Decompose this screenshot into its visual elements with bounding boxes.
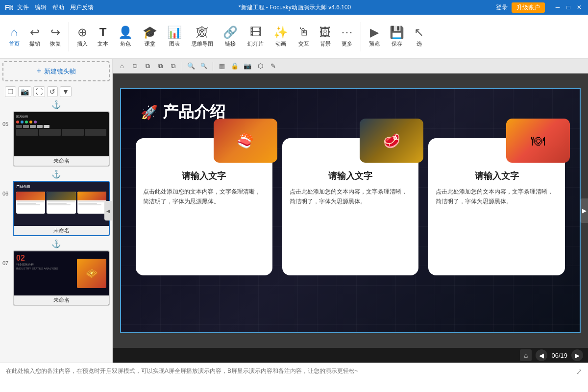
canvas-lock-tool[interactable]: 🔒	[229, 61, 240, 72]
canvas-sep-1	[182, 62, 182, 71]
canvas-zoomin-tool[interactable]: 🔍	[186, 61, 196, 72]
card-title-2[interactable]: 请输入文字	[290, 170, 412, 182]
toolbar-mindmap-label: 思维导图	[192, 40, 213, 48]
toolbar-slide[interactable]: 🎞 幻灯片	[244, 24, 268, 49]
canvas-grid-tool[interactable]: ▦	[217, 61, 227, 72]
canvas-sep-2	[213, 62, 213, 71]
toolbar-redo[interactable]: ↪ 恢复	[46, 24, 65, 49]
nav-home-button[interactable]: ⌂	[520, 349, 532, 361]
slide-number-05: 05	[2, 111, 10, 127]
toolbar-more-label: 更多	[342, 40, 352, 48]
toolbar-preview[interactable]: ▶ 预览	[365, 24, 384, 49]
slide-anchor-06: ⚓	[2, 170, 110, 179]
rotate-button[interactable]: ↺	[47, 86, 58, 97]
toolbar-more[interactable]: ⋯ 更多	[337, 24, 357, 49]
fit-button[interactable]: ⛶	[33, 86, 45, 97]
slide-name-05: 未命名	[14, 156, 109, 166]
slide-card-2[interactable]: 🥩 请输入文字 点击此处添加您的文本内容，文字条理清晰，简洁明了，字体为思源黑体…	[282, 138, 419, 275]
slide-card-1[interactable]: 🍣 请输入文字 点击此处添加您的文本内容，文字条理清晰，简洁明了，字体为思源黑体…	[136, 138, 272, 275]
toolbar-save[interactable]: 💾 保存	[386, 24, 408, 49]
toolbar-link-label: 链接	[225, 40, 236, 48]
bottom-navigation: ⌂ ◀ 06/19 ▶	[113, 348, 588, 363]
chart-icon: 📊	[167, 25, 182, 39]
toolbar-interact[interactable]: 🖱 交互	[294, 24, 314, 49]
slide-anchor-05: ⚓	[2, 100, 110, 109]
menu-help[interactable]: 帮助	[52, 3, 64, 12]
more-icon: ⋯	[341, 25, 353, 39]
toolbar-home[interactable]: ⌂ 首页	[5, 24, 24, 49]
notes-area: ⤢	[0, 363, 588, 392]
slide-thumbnail-05[interactable]: 国风动画	[13, 111, 110, 167]
nav-next-button[interactable]: ▶	[571, 349, 583, 361]
nav-prev-button[interactable]: ◀	[536, 349, 547, 361]
toolbar-text[interactable]: T 文本	[94, 24, 112, 49]
toolbar-role[interactable]: 👤 角色	[114, 24, 137, 49]
canvas-photo-tool[interactable]: 📷	[242, 61, 253, 72]
toolbar-home-label: 首页	[9, 40, 20, 48]
canvas-content[interactable]: 🚀 产品介绍 🍣 请输入文字 点击此处添加您的文本内容，文字条理清晰，简洁明了，…	[113, 74, 588, 348]
canvas-del-tool[interactable]: ⧉	[168, 61, 178, 72]
login-button[interactable]: 登录	[496, 3, 508, 12]
slide-item-06: 06 产品介绍	[2, 181, 110, 236]
minimize-button[interactable]: ─	[554, 3, 562, 11]
text-icon: T	[99, 25, 107, 39]
copy-frame-button[interactable]: ☐	[5, 86, 16, 97]
toolbar-class[interactable]: 🎓 课堂	[139, 24, 161, 49]
card-title-1[interactable]: 请输入文字	[143, 170, 265, 182]
link-icon: 🔗	[223, 25, 238, 39]
slide-anchor-07: ⚓	[2, 239, 110, 248]
card-text-2[interactable]: 点击此处添加您的文本内容，文字条理清晰，简洁明了，字体为思源黑体。	[290, 187, 412, 207]
toolbar-bg-label: 背景	[320, 40, 331, 48]
canvas-shape-tool[interactable]: ⬡	[255, 61, 266, 72]
toolbar-bg[interactable]: 🖼 背景	[316, 24, 335, 49]
notes-input[interactable]	[6, 367, 572, 392]
slide-card-3[interactable]: 🍽 请输入文字 点击此处添加您的文本内容，文字条理清晰，简洁明了，字体为思源黑体…	[428, 138, 565, 275]
more-button[interactable]: ▼	[60, 86, 72, 97]
toolbar-chart[interactable]: 📊 图表	[163, 24, 186, 49]
food-image-3: 🍽	[506, 119, 570, 163]
toolbar-animation[interactable]: ✨ 动画	[270, 24, 292, 49]
canvas-cut-tool[interactable]: ⧉	[155, 61, 166, 72]
card-text-1[interactable]: 点击此处添加您的文本内容，文字条理清晰，简洁明了，字体为思源黑体。	[143, 187, 265, 207]
anchor-icon-07: ⚓	[51, 239, 61, 248]
screenshot-button[interactable]: 📷	[18, 86, 31, 97]
undo-icon: ↩	[30, 25, 40, 39]
slide-canvas[interactable]: 🚀 产品介绍 🍣 请输入文字 点击此处添加您的文本内容，文字条理清晰，简洁明了，…	[120, 88, 581, 333]
notes-expand-button[interactable]: ⤢	[576, 367, 582, 376]
card-text-3[interactable]: 点击此处添加您的文本内容，文字条理清晰，简洁明了，字体为思源黑体。	[436, 187, 558, 207]
maximize-button[interactable]: □	[564, 3, 572, 11]
anchor-icon-05: ⚓	[51, 100, 61, 109]
toolbar-link[interactable]: 🔗 链接	[219, 24, 242, 49]
toolbar-mindmap[interactable]: 🕸 思维导图	[188, 24, 217, 49]
anchor-icon-06: ⚓	[51, 170, 61, 179]
canvas-copy-tool[interactable]: ⧉	[129, 61, 140, 72]
redo-icon: ↪	[50, 25, 60, 39]
upgrade-button[interactable]: 升级账户	[512, 2, 545, 13]
close-button[interactable]: ✕	[575, 3, 583, 11]
canvas-home-tool[interactable]: ⌂	[117, 61, 127, 72]
toolbar-save-label: 保存	[392, 40, 402, 48]
menu-file[interactable]: 文件	[17, 3, 29, 12]
toolbar-animation-label: 动画	[275, 40, 286, 48]
toolbar-insert[interactable]: ⊕ 插入	[73, 24, 92, 49]
new-frame-label: 新建镜头帧	[44, 67, 76, 76]
thumb-06-cards	[16, 192, 106, 214]
canvas-paste-tool[interactable]: ⧉	[142, 61, 153, 72]
canvas-zoomout-tool[interactable]: 🔍	[198, 61, 209, 72]
card-title-3[interactable]: 请输入文字	[436, 170, 558, 182]
toolbar-select[interactable]: ↖ 选	[410, 24, 428, 49]
menu-feedback[interactable]: 用户反馈	[70, 3, 94, 12]
slide-thumbnail-07[interactable]: 02 行业现状分析INDUSTRY STATUS ANALYSIS 🧇 未命名	[13, 250, 110, 306]
toolbar-undo[interactable]: ↩ 撤销	[25, 24, 44, 49]
class-icon: 🎓	[143, 25, 157, 39]
menu-edit[interactable]: 编辑	[35, 3, 47, 12]
slide-number-06: 06	[2, 181, 10, 196]
collapse-panel-button[interactable]: ◀	[104, 201, 112, 220]
new-frame-button[interactable]: + 新建镜头帧	[2, 61, 110, 81]
slide-item-05: 05 国风动画	[2, 111, 110, 167]
canvas-edit-tool[interactable]: ✎	[268, 61, 278, 72]
right-expand-button[interactable]: ▶	[580, 198, 588, 223]
window-controls: ─ □ ✕	[554, 3, 583, 11]
main-toolbar: ⌂ 首页 ↩ 撤销 ↪ 恢复 ⊕ 插入 T 文本 👤 角色 🎓 课堂 📊 图表 …	[0, 15, 588, 59]
slide-thumbnail-06[interactable]: 产品介绍	[13, 181, 110, 236]
